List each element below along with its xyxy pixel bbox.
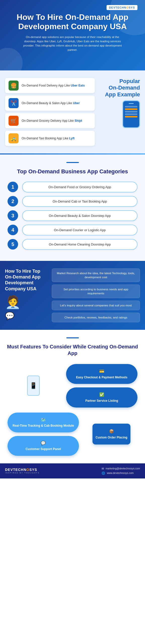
footer: DEVTECHNOSYS INSPIRED BY THOUGHTS ✉ mark… (0, 463, 145, 478)
features-title: Must Features To Consider While Creating… (5, 343, 140, 356)
grocery-accent: Shipt (75, 119, 82, 123)
checkout-icon: 💳 (99, 369, 104, 374)
popular-card-taxi: 🚕 On-Demand Taxi Booking App Like Lyft (5, 131, 95, 146)
footer-contacts: ✉ marketing@devtechnosys.com 🌐 www.devte… (102, 467, 140, 475)
hire-step-1: Market Research about the idea, the late… (52, 268, 140, 282)
chat-bubble-icon: 💬 (5, 311, 48, 320)
features-left-col-bottom: 🗺️ Real-Time Tracking & Cab Booking Modu… (8, 413, 79, 456)
order-icon: 📦 (109, 429, 114, 434)
grocery-icon: 🛒 (9, 116, 19, 126)
food-icon: 🍔 (9, 80, 19, 91)
feature-checkout: 💳 Easy Checkout & Payment Methods (66, 364, 137, 384)
support-icon: 💬 (41, 440, 46, 446)
footer-email-item: ✉ marketing@devtechnosys.com (102, 467, 140, 470)
features-right-col-bottom: 📦 Custom Order Placing (85, 424, 137, 445)
category-number-2: 2 (8, 196, 18, 207)
category-item-2: 2 On-Demand Cab or Taxi Booking App (8, 196, 137, 207)
category-label-4: On-Demand Courier or Logistic App (22, 225, 137, 235)
hire-left-panel: How To Hire Top On-Demand App Developmen… (5, 268, 48, 323)
beauty-icon: ✂️ (9, 98, 19, 108)
popular-label: Popular On-Demand App Example (100, 78, 140, 128)
footer-logo: DEVTECHNOSYS (5, 468, 40, 472)
category-number-5: 5 (8, 239, 18, 250)
features-right-col-top: 💳 Easy Checkout & Payment Methods ✅ Part… (66, 364, 137, 407)
hire-title: How To Hire Top On-Demand App Developmen… (5, 268, 48, 292)
hire-step-2: Set priorities according to business nee… (52, 285, 140, 298)
tracking-icon: 🗺️ (41, 417, 46, 423)
beauty-card-text: On-Demand Beauty & Salon App Like Uber (22, 101, 80, 105)
screen-line-1 (125, 106, 137, 107)
partner-icon: ✅ (99, 392, 104, 397)
support-label: Customer Support Panel (26, 447, 61, 451)
title-accent-bar (66, 162, 79, 163)
globe-icon: 🌐 (102, 471, 105, 475)
hire-section: How To Hire Top On-Demand App Developmen… (0, 261, 145, 330)
screen-line-3 (125, 111, 137, 112)
footer-brand: DEVTECHNOSYS INSPIRED BY THOUGHTS (5, 468, 40, 474)
phone-mockup-container (100, 100, 140, 128)
hire-figure: 🧑‍💼 (5, 295, 48, 309)
categories-section: Top On-Demand Business App Categories 1 … (0, 154, 145, 261)
features-row-2: 🗺️ Real-Time Tracking & Cab Booking Modu… (8, 413, 137, 456)
order-label: Custom Order Placing (95, 435, 127, 440)
popular-heading: Popular On-Demand App Example (100, 78, 140, 98)
hero-section: DEVTECHNOSYS How To Hire On-Demand App D… (0, 0, 145, 70)
categories-title: Top On-Demand Business App Categories (8, 168, 137, 175)
taxi-icon: 🚕 (9, 133, 19, 143)
category-number-4: 4 (8, 225, 18, 235)
feature-tracking: 🗺️ Real-Time Tracking & Cab Booking Modu… (8, 413, 79, 432)
category-item-1: 1 On-Demand Food or Grocery Ordering App (8, 182, 137, 192)
category-label-3: On-Demand Beauty & Salon Doorstep App (22, 210, 137, 221)
food-card-text: On-Demand Food Delivery App Like Uber Ea… (22, 84, 85, 88)
footer-tagline: INSPIRED BY THOUGHTS (5, 472, 40, 474)
category-item-3: 3 On-Demand Beauty & Salon Doorstep App (8, 210, 137, 221)
features-layout: 📱 💳 Easy Checkout & Payment Methods ✅ Pa… (5, 364, 140, 456)
hire-step-4: Check portfolios, reviews, feedbacks, an… (52, 313, 140, 322)
popular-card-food: 🍔 On-Demand Food Delivery App Like Uber … (5, 78, 95, 93)
phone-mockup (122, 100, 140, 128)
hero-description: On-demand app solutions are popular beca… (20, 35, 125, 52)
beauty-accent: Uber (73, 101, 80, 105)
food-accent: Uber Eats (71, 84, 85, 87)
taxi-accent: Lyft (69, 137, 75, 140)
tracking-label: Real-Time Tracking & Cab Booking Module (13, 424, 74, 428)
footer-website: www.devtechnosys.com (107, 472, 134, 474)
grocery-card-text: On-Demand Grocery Delivery App Like Ship… (22, 119, 82, 123)
category-label-1: On-Demand Food or Grocery Ordering App (22, 182, 137, 192)
footer-email: marketing@devtechnosys.com (106, 467, 140, 470)
features-left-col: 📱 (8, 376, 60, 396)
phone-illustration: 📱 (27, 376, 40, 396)
popular-cards-list: 🍔 On-Demand Food Delivery App Like Uber … (5, 78, 95, 146)
category-item-4: 4 On-Demand Courier or Logistic App (8, 225, 137, 235)
screen-line-4 (125, 113, 137, 115)
screen-line-5 (125, 116, 137, 117)
category-item-5: 5 On-Demand Home Cleaning Doorstep App (8, 239, 137, 250)
email-icon: ✉ (102, 467, 104, 470)
hire-steps-list: Market Research about the idea, the late… (52, 268, 140, 323)
popular-card-beauty: ✂️ On-Demand Beauty & Salon App Like Ube… (5, 96, 95, 111)
features-section: Must Features To Consider While Creating… (0, 330, 145, 463)
checkout-label: Easy Checkout & Payment Methods (76, 375, 127, 380)
feature-custom-order: 📦 Custom Order Placing (92, 424, 130, 445)
feature-partner: ✅ Partner Service Listing (66, 387, 137, 407)
hire-step-3: Let's inquiry about several companies th… (52, 301, 140, 310)
footer-website-item: 🌐 www.devtechnosys.com (102, 471, 140, 475)
category-number-1: 1 (8, 182, 18, 192)
popular-section: 🍔 On-Demand Food Delivery App Like Uber … (0, 70, 145, 153)
popular-card-grocery: 🛒 On-Demand Grocery Delivery App Like Sh… (5, 113, 95, 128)
partner-label: Partner Service Listing (85, 399, 118, 403)
feature-support: 💬 Customer Support Panel (8, 436, 79, 456)
features-accent-bar (66, 337, 79, 338)
category-number-3: 3 (8, 210, 18, 221)
category-label-2: On-Demand Cab or Taxi Booking App (22, 196, 137, 207)
category-label-5: On-Demand Home Cleaning Doorstep App (22, 239, 137, 250)
features-row-1: 📱 💳 Easy Checkout & Payment Methods ✅ Pa… (8, 364, 137, 407)
taxi-card-text: On-Demand Taxi Booking App Like Lyft (22, 136, 75, 141)
screen-line-2 (125, 108, 137, 110)
